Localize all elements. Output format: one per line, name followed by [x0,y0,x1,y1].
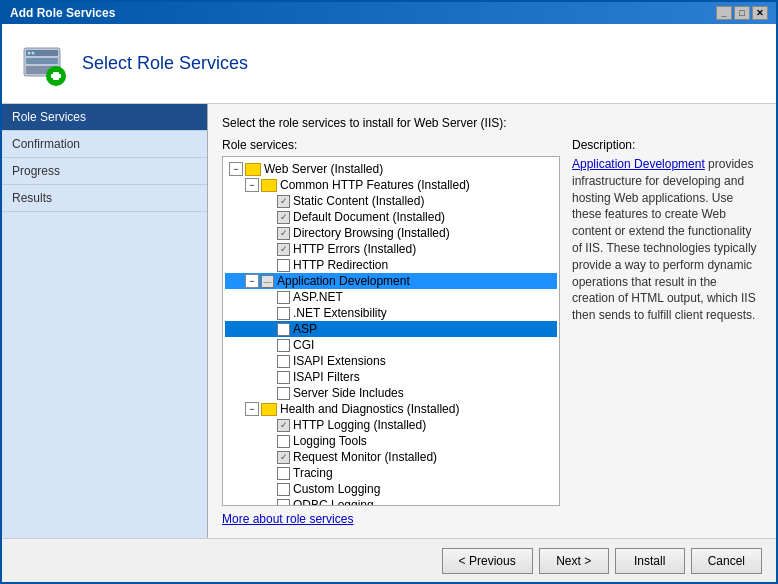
tree-item-app-dev[interactable]: − Application Development [225,273,557,289]
checkbox-cgi[interactable] [277,339,290,352]
install-button[interactable]: Install [615,548,685,574]
header-icon [18,40,66,88]
checkbox-isapi-ext[interactable] [277,355,290,368]
checkbox-server-side[interactable] [277,387,290,400]
role-services-icon [18,40,66,88]
tree-item-cgi[interactable]: CGI [225,337,557,353]
description-text: Application Development provides infrast… [572,156,762,324]
expand-health-diag[interactable]: − [245,402,259,416]
tree-item-http-logging[interactable]: HTTP Logging (Installed) [225,417,557,433]
content-area: Select the role services to install for … [208,104,776,538]
sidebar-item-progress[interactable]: Progress [2,158,207,185]
checkbox-static-content[interactable] [277,195,290,208]
sidebar: Role Services Confirmation Progress Resu… [2,104,208,538]
folder-icon-web-server [245,163,261,176]
tree-item-dir-browsing[interactable]: Directory Browsing (Installed) [225,225,557,241]
close-button[interactable]: ✕ [752,6,768,20]
header-area: Select Role Services [2,24,776,104]
right-pane: Description: Application Development pro… [572,138,762,526]
checkbox-odbc-logging[interactable] [277,499,290,507]
previous-button[interactable]: < Previous [442,548,533,574]
tree-item-health-diag[interactable]: − Health and Diagnostics (Installed) [225,401,557,417]
window-title: Add Role Services [10,6,115,20]
checkbox-logging-tools[interactable] [277,435,290,448]
pane-layout: Role services: − Web Server (Installed) … [222,138,762,526]
sidebar-item-confirmation[interactable]: Confirmation [2,131,207,158]
tree-item-odbc-logging[interactable]: ODBC Logging [225,497,557,506]
tree-item-net-ext[interactable]: .NET Extensibility [225,305,557,321]
svg-rect-8 [51,74,61,78]
tree-item-asp-net[interactable]: ASP.NET [225,289,557,305]
content-instruction: Select the role services to install for … [222,116,762,130]
description-label: Description: [572,138,762,152]
checkbox-asp[interactable] [277,323,290,336]
tree-item-logging-tools[interactable]: Logging Tools [225,433,557,449]
main-area: Role Services Confirmation Progress Resu… [2,104,776,538]
title-bar-left: Add Role Services [10,6,115,20]
role-services-tree[interactable]: − Web Server (Installed) − Common HTTP F… [222,156,560,506]
checkbox-app-dev[interactable] [261,275,274,288]
checkbox-http-logging[interactable] [277,419,290,432]
description-link[interactable]: Application Development [572,157,705,171]
svg-rect-2 [26,58,58,64]
checkbox-isapi-filters[interactable] [277,371,290,384]
tree-item-default-doc[interactable]: Default Document (Installed) [225,209,557,225]
title-bar: Add Role Services _ □ ✕ [2,2,776,24]
expand-common-http[interactable]: − [245,178,259,192]
tree-item-http-redirect[interactable]: HTTP Redirection [225,257,557,273]
checkbox-custom-logging[interactable] [277,483,290,496]
footer: < Previous Next > Install Cancel [2,538,776,582]
expand-app-dev[interactable]: − [245,274,259,288]
checkbox-net-ext[interactable] [277,307,290,320]
checkbox-http-errors[interactable] [277,243,290,256]
tree-item-server-side[interactable]: Server Side Includes [225,385,557,401]
cancel-button[interactable]: Cancel [691,548,762,574]
tree-item-common-http[interactable]: − Common HTTP Features (Installed) [225,177,557,193]
sidebar-item-role-services[interactable]: Role Services [2,104,207,131]
sidebar-item-results[interactable]: Results [2,185,207,212]
tree-item-http-errors[interactable]: HTTP Errors (Installed) [225,241,557,257]
more-about-link[interactable]: More about role services [222,512,560,526]
minimize-button[interactable]: _ [716,6,732,20]
svg-rect-1 [26,50,58,56]
checkbox-asp-net[interactable] [277,291,290,304]
left-pane: Role services: − Web Server (Installed) … [222,138,560,526]
tree-item-web-server[interactable]: − Web Server (Installed) [225,161,557,177]
title-bar-buttons: _ □ ✕ [716,6,768,20]
checkbox-tracing[interactable] [277,467,290,480]
next-button[interactable]: Next > [539,548,609,574]
role-services-label: Role services: [222,138,560,152]
main-window: Add Role Services _ □ ✕ Select [0,0,778,584]
svg-point-5 [32,51,35,54]
maximize-button[interactable]: □ [734,6,750,20]
tree-item-custom-logging[interactable]: Custom Logging [225,481,557,497]
folder-icon-health-diag [261,403,277,416]
page-title: Select Role Services [82,53,248,74]
checkbox-dir-browsing[interactable] [277,227,290,240]
svg-point-4 [28,51,31,54]
checkbox-default-doc[interactable] [277,211,290,224]
checkbox-http-redirect[interactable] [277,259,290,272]
checkbox-req-monitor[interactable] [277,451,290,464]
folder-icon-common-http [261,179,277,192]
tree-item-isapi-filters[interactable]: ISAPI Filters [225,369,557,385]
tree-item-static-content[interactable]: Static Content (Installed) [225,193,557,209]
tree-item-asp[interactable]: ASP [225,321,557,337]
tree-item-isapi-ext[interactable]: ISAPI Extensions [225,353,557,369]
tree-item-req-monitor[interactable]: Request Monitor (Installed) [225,449,557,465]
description-body: provides infrastructure for developing a… [572,157,757,322]
tree-item-tracing[interactable]: Tracing [225,465,557,481]
expand-web-server[interactable]: − [229,162,243,176]
